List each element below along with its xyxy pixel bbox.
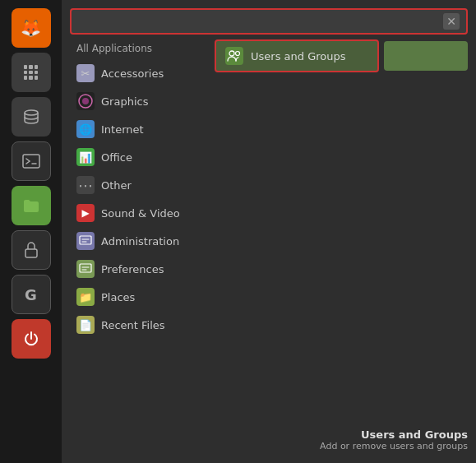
places-icon: 📁 xyxy=(76,288,95,306)
svg-rect-2 xyxy=(25,249,37,257)
svg-rect-5 xyxy=(80,236,91,244)
users-and-groups-icon xyxy=(224,46,244,66)
other-icon: ⋯ xyxy=(76,176,95,194)
categories-header: All Applications xyxy=(70,39,210,59)
categories-panel: All Applications ✂ Accessories Graphics … xyxy=(70,39,210,420)
category-sound-video[interactable]: ▶ Sound & Video xyxy=(70,199,210,227)
administration-label: Administration xyxy=(101,235,179,248)
db-icon[interactable] xyxy=(12,97,51,137)
sound-video-label: Sound & Video xyxy=(101,207,180,220)
search-bar[interactable]: Users and Groups ✕ xyxy=(70,8,468,35)
office-icon: 📊 xyxy=(76,148,95,166)
accessories-label: Accessories xyxy=(101,67,164,80)
graphics-icon xyxy=(76,92,95,110)
graphics-label: Graphics xyxy=(101,95,148,108)
category-recent-files[interactable]: 📄 Recent Files xyxy=(70,311,210,339)
content-area: All Applications ✂ Accessories Graphics … xyxy=(70,39,468,420)
grub-icon[interactable]: G xyxy=(12,275,51,314)
app-description: Users and Groups Add or remove users and… xyxy=(70,425,468,455)
preferences-icon xyxy=(76,260,95,278)
category-places[interactable]: 📁 Places xyxy=(70,283,210,311)
result-placeholder xyxy=(384,41,468,71)
search-clear-button[interactable]: ✕ xyxy=(443,13,460,30)
power-icon[interactable] xyxy=(12,319,51,359)
internet-icon: 🌐 xyxy=(76,120,95,138)
category-other[interactable]: ⋯ Other xyxy=(70,171,210,199)
terminal-icon[interactable] xyxy=(12,141,51,181)
results-panel: Users and Groups xyxy=(215,39,468,420)
sidebar: 🦊 xyxy=(0,0,62,463)
category-internet[interactable]: 🌐 Internet xyxy=(70,115,210,143)
svg-point-4 xyxy=(82,98,89,104)
category-accessories[interactable]: ✂ Accessories xyxy=(70,59,210,87)
internet-label: Internet xyxy=(101,123,144,136)
main-panel: Users and Groups ✕ All Applications ✂ Ac… xyxy=(62,0,476,463)
places-label: Places xyxy=(101,291,135,303)
search-input[interactable]: Users and Groups xyxy=(78,15,438,29)
description-title: Users and Groups xyxy=(70,428,468,441)
result-users-and-groups[interactable]: Users and Groups xyxy=(215,39,379,72)
apps-icon[interactable] xyxy=(12,53,51,92)
accessories-icon: ✂ xyxy=(76,64,95,82)
lock-icon[interactable] xyxy=(12,230,51,270)
office-label: Office xyxy=(101,151,132,164)
firefox-icon[interactable]: 🦊 xyxy=(12,8,51,48)
category-administration[interactable]: Administration xyxy=(70,227,210,255)
recent-files-label: Recent Files xyxy=(101,319,165,331)
other-label: Other xyxy=(101,179,132,192)
category-preferences[interactable]: Preferences xyxy=(70,255,210,283)
recent-files-icon: 📄 xyxy=(76,316,95,334)
files-icon[interactable] xyxy=(12,186,51,225)
svg-rect-6 xyxy=(80,264,91,272)
svg-rect-1 xyxy=(23,155,39,168)
preferences-label: Preferences xyxy=(101,263,164,275)
category-office[interactable]: 📊 Office xyxy=(70,143,210,171)
category-graphics[interactable]: Graphics xyxy=(70,87,210,115)
administration-icon xyxy=(76,232,95,250)
result-label: Users and Groups xyxy=(251,50,345,63)
svg-point-0 xyxy=(25,110,38,115)
description-subtitle: Add or remove users and groups xyxy=(70,441,468,451)
sound-video-icon: ▶ xyxy=(76,204,95,222)
svg-rect-7 xyxy=(225,47,243,65)
